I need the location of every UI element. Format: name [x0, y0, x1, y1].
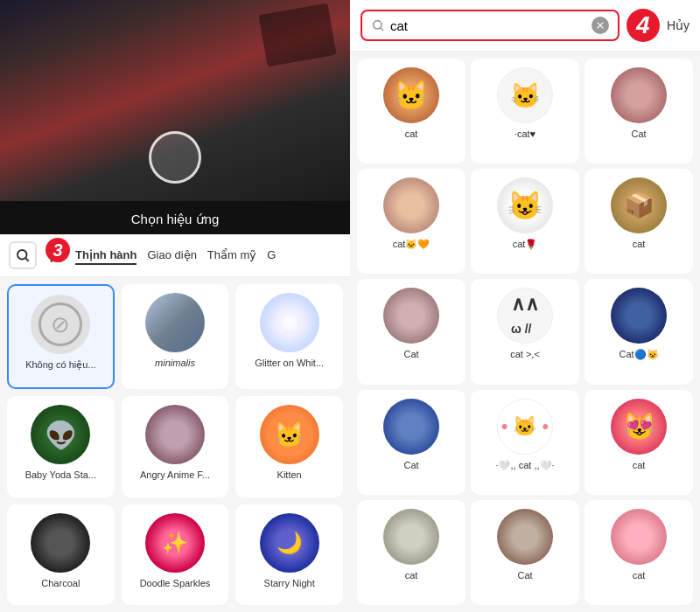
result-thumb-cat-white: 🐱: [497, 67, 553, 123]
result-name-0: cat: [405, 129, 418, 139]
result-thumb-cat-girl3: [383, 288, 439, 344]
result-name-1: ·cat♥: [514, 129, 536, 139]
search-input[interactable]: cat: [390, 18, 586, 33]
result-item-cat-girl3[interactable]: Cat: [357, 279, 466, 385]
result-thumb-cat-pink: 😻: [611, 399, 667, 455]
effect-name-kitten: Kitten: [241, 469, 338, 480]
result-name-3: cat🐱🧡: [393, 239, 430, 250]
result-item-cat-pink2[interactable]: cat: [584, 500, 693, 605]
effect-item-doodle[interactable]: ✨ Doodle Sparkles: [122, 504, 229, 605]
tab-more[interactable]: G: [267, 247, 276, 265]
effect-item-none[interactable]: ⊘ Không có hiệu...: [7, 284, 115, 389]
camera-shutter[interactable]: [149, 131, 201, 184]
result-item-cat-girl4[interactable]: Cat🔵😺: [584, 279, 693, 385]
result-thumb-cat-pink2: [611, 509, 667, 565]
effect-name-doodle: Doodle Sparkles: [127, 578, 224, 588]
result-item-cat-girl2[interactable]: cat🐱🧡: [357, 169, 466, 275]
svg-point-2: [374, 21, 382, 29]
result-name-11: cat: [633, 460, 646, 470]
effects-nav: 3 Thịnh hành Giao diện Thẩm mỹ G: [0, 234, 350, 277]
result-name-4: cat🌹: [513, 239, 538, 250]
effects-grid: ⊘ Không có hiệu... minimalis Glitter on …: [0, 277, 350, 612]
result-thumb-cat-girl5: [497, 509, 553, 565]
effect-name-charcoal: Charcoal: [12, 578, 109, 588]
result-item-cat-girl1[interactable]: Cat: [584, 59, 693, 163]
camera-label: Chọn hiệu ứng: [0, 201, 350, 234]
no-effect-icon: ⊘: [38, 303, 82, 346]
effect-name-baby-yoda: Baby Yoda Sta...: [12, 469, 109, 480]
result-thumb-cat-symbol: ∧∧ω //: [497, 288, 553, 344]
tab-beauty[interactable]: Thẩm mỹ: [207, 247, 256, 265]
result-thumb-cat-blue: [383, 399, 439, 455]
result-thumb-cat-paw: • 🐱 •: [497, 399, 553, 455]
svg-line-1: [25, 258, 28, 261]
effect-thumb-baby-yoda: 👽: [31, 405, 90, 464]
result-name-6: Cat: [403, 349, 418, 359]
right-panel: cat 4 Hủy 🐱 cat 🐱 ·cat♥: [350, 0, 700, 612]
result-name-14: cat: [633, 570, 646, 581]
effect-thumb-minimalis: [145, 293, 205, 352]
result-item-cat-paw[interactable]: • 🐱 • ·🤍,, cat ,,🤍·: [471, 390, 579, 496]
search-box: cat: [360, 10, 620, 41]
result-name-8: Cat🔵😺: [619, 349, 658, 360]
result-thumb-cat-sketch: [383, 509, 439, 565]
step-badge-3: 3: [46, 238, 70, 262]
search-bar-row: cat 4 Hủy: [350, 0, 700, 52]
result-item-cat-symbol[interactable]: ∧∧ω // cat >,<: [471, 279, 579, 385]
result-thumb-white-cat: 😺: [497, 177, 553, 233]
result-item-white-cat[interactable]: 😺 cat🌹: [471, 169, 579, 275]
effects-search-button[interactable]: [9, 241, 37, 269]
effect-thumb-charcoal: [31, 513, 90, 573]
search-icon: [15, 247, 31, 263]
effect-thumb-doodle: ✨: [145, 513, 205, 573]
result-item-cat-sketch[interactable]: cat: [357, 500, 466, 605]
effect-item-kitten[interactable]: 🐱 Kitten: [235, 396, 343, 497]
result-name-13: Cat: [517, 570, 532, 581]
effect-name-glitter: Glitter on Whit...: [241, 358, 338, 368]
svg-line-3: [381, 28, 383, 31]
result-name-9: Cat: [403, 460, 418, 470]
effect-item-starry[interactable]: 🌙 Starry Night: [235, 504, 343, 605]
result-name-12: cat: [405, 570, 418, 581]
effect-thumb-starry: 🌙: [260, 513, 319, 573]
left-panel: Chọn hiệu ứng 3 Thịnh hành Giao diện Thẩ…: [0, 0, 350, 612]
result-thumb-cat-box: 📦: [611, 177, 667, 233]
effect-thumb-kitten: 🐱: [260, 405, 319, 464]
result-item-cat-girl5[interactable]: Cat: [471, 500, 579, 605]
cancel-button[interactable]: Hủy: [667, 18, 690, 32]
effect-item-glitter[interactable]: Glitter on Whit...: [235, 284, 343, 389]
effect-item-baby-yoda[interactable]: 👽 Baby Yoda Sta...: [7, 396, 115, 497]
effects-tabs: Thịnh hành Giao diện Thẩm mỹ G: [75, 247, 276, 265]
result-name-2: Cat: [631, 129, 646, 139]
result-item-cat-white[interactable]: 🐱 ·cat♥: [471, 59, 579, 163]
effect-name-none: Không có hiệu...: [14, 359, 108, 371]
search-results-grid: 🐱 cat 🐱 ·cat♥ Cat cat🐱🧡 😺 cat🌹: [350, 52, 700, 612]
result-thumb-cat-girl4: [611, 288, 667, 344]
effect-thumb-angry: [145, 405, 205, 464]
result-item-cat-box[interactable]: 📦 cat: [584, 169, 693, 275]
tab-interface[interactable]: Giao diện: [147, 247, 196, 265]
result-item-cat-pink[interactable]: 😻 cat: [584, 390, 693, 496]
result-thumb-cat-orange: 🐱: [383, 67, 439, 123]
effect-item-minimalis[interactable]: minimalis: [122, 284, 229, 389]
effect-name-angry-anime: Angry Anime F...: [127, 469, 224, 480]
effect-name-starry: Starry Night: [241, 578, 338, 588]
result-name-10: ·🤍,, cat ,,🤍·: [495, 460, 554, 471]
result-item-cat-blue[interactable]: Cat: [357, 390, 466, 496]
result-thumb-cat-girl2: [383, 177, 439, 233]
effect-name-minimalis: minimalis: [127, 358, 224, 368]
effect-item-angry-anime[interactable]: Angry Anime F...: [122, 396, 229, 497]
svg-point-0: [18, 250, 27, 260]
result-thumb-cat-girl1: [611, 67, 667, 123]
clear-icon: [596, 21, 605, 30]
search-clear-button[interactable]: [592, 17, 609, 34]
effect-thumb-none: ⊘: [31, 295, 90, 354]
result-item-cat-orange[interactable]: 🐱 cat: [357, 59, 466, 163]
effect-item-charcoal[interactable]: Charcoal: [7, 504, 115, 605]
result-name-7: cat >,<: [510, 349, 540, 359]
camera-preview: [0, 0, 350, 201]
effect-thumb-glitter: [260, 293, 319, 352]
step-badge-4: 4: [626, 9, 660, 42]
tab-trending[interactable]: Thịnh hành: [75, 247, 136, 265]
result-name-5: cat: [633, 239, 646, 249]
